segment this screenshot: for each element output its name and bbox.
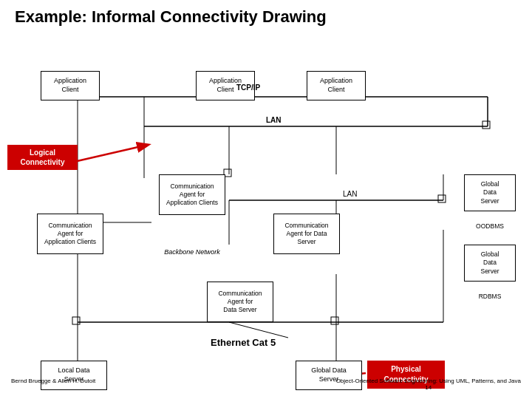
svg-rect-21 (331, 317, 338, 324)
svg-rect-22 (482, 121, 490, 129)
oodbms-label: OODBMS (464, 219, 516, 235)
comm-agent-data-mid: CommunicationAgent forData Server (207, 282, 273, 322)
svg-line-27 (229, 322, 288, 338)
tcpip-label: TCP/IP (236, 83, 260, 92)
lan-top-label: LAN (266, 116, 282, 124)
comm-agent-app-mid: CommunicationAgent forApplication Client… (159, 174, 225, 215)
logical-connectivity-badge: LogicalConnectivity (7, 145, 78, 170)
comm-agent-app-left: CommunicationAgent forApplication Client… (37, 214, 103, 254)
svg-rect-24 (438, 195, 446, 202)
svg-rect-20 (72, 317, 80, 324)
rdbms-label: RDBMS (464, 289, 516, 305)
svg-text:LAN: LAN (343, 190, 357, 198)
svg-line-25 (74, 145, 148, 162)
global-data-server-top: GlobalDataServer (464, 174, 516, 211)
global-data-server-bot: GlobalDataServer (464, 245, 516, 282)
backbone-network: Backbone Network (159, 239, 225, 265)
app-client-3: ApplicationClient (307, 71, 366, 100)
footer: Bernd Bruegge & Allen H. Dutoit Object-O… (0, 378, 532, 391)
ethernet-label: Ethernet Cat 5 (211, 337, 276, 348)
comm-agent-data-center: CommunicationAgent for DataServer (273, 214, 340, 254)
app-client-1: ApplicationClient (41, 71, 100, 100)
footer-left: Bernd Bruegge & Allen H. Dutoit (11, 378, 95, 391)
footer-right: Object-Oriented Software Engineering: Us… (336, 378, 521, 391)
page-title: Example: Informal Connectivity Drawing (0, 0, 532, 30)
